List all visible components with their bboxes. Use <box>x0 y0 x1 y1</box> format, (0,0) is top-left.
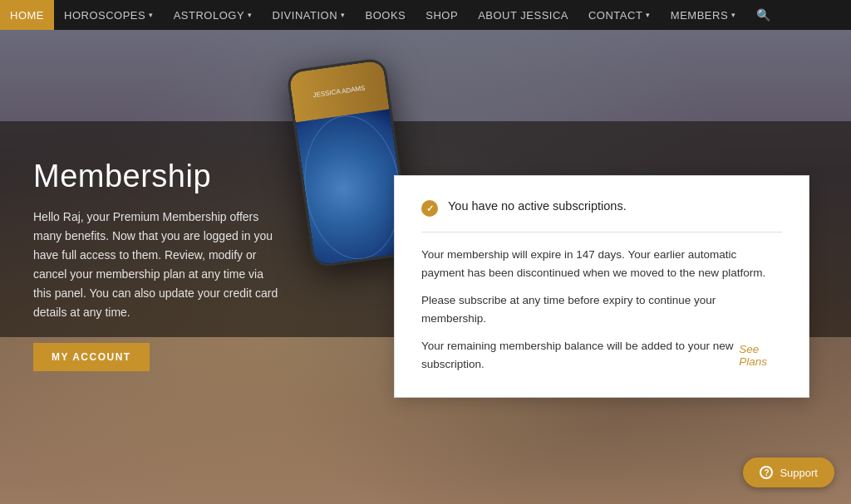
nav-item-astrology[interactable]: ASTROLOGY ▾ <box>164 0 263 30</box>
chevron-down-icon: ▾ <box>248 11 253 19</box>
membership-card: You have no active subscriptions. Your m… <box>394 175 809 398</box>
see-plans-link[interactable]: See Plans <box>739 343 782 368</box>
page-title: Membership <box>33 159 283 194</box>
hero-description: Hello Raj, your Premium Membership offer… <box>33 208 283 323</box>
support-icon: ? <box>760 466 773 479</box>
main-navigation: HOME HOROSCOPES ▾ ASTROLOGY ▾ DIVINATION… <box>0 0 851 30</box>
card-last-row: Your remaining membership balance will b… <box>421 337 782 373</box>
expiry-notice: Your membership will expire in 147 days.… <box>421 246 782 281</box>
chevron-down-icon: ▾ <box>149 11 154 19</box>
card-header-row: You have no active subscriptions. <box>421 199 782 217</box>
nav-item-horoscopes[interactable]: HOROSCOPES ▾ <box>54 0 164 30</box>
chevron-down-icon: ▾ <box>731 11 736 19</box>
chevron-down-icon: ▾ <box>646 11 651 19</box>
balance-notice: Your remaining membership balance will b… <box>421 337 739 373</box>
nav-item-home[interactable]: HOME <box>0 0 54 30</box>
hero-content: Membership Hello Raj, your Premium Membe… <box>33 159 283 371</box>
nav-item-shop[interactable]: SHOP <box>416 0 468 30</box>
search-icon[interactable]: 🔍 <box>746 0 780 30</box>
hero-section: JESSICA ADAMS Membership Hello Raj, your… <box>0 30 851 504</box>
card-divider <box>421 232 782 232</box>
nav-item-divination[interactable]: DIVINATION ▾ <box>263 0 356 30</box>
nav-item-contact[interactable]: CONTACT ▾ <box>578 0 661 30</box>
nav-item-about-jessica[interactable]: ABOUT JESSICA <box>468 0 578 30</box>
subscribe-notice: Please subscribe at any time before expi… <box>421 291 782 327</box>
no-subscriptions-text: You have no active subscriptions. <box>448 199 627 213</box>
check-icon <box>421 200 438 217</box>
card-body: Your membership will expire in 147 days.… <box>421 246 782 374</box>
nav-item-books[interactable]: BOOKS <box>356 0 416 30</box>
my-account-button[interactable]: MY ACCOUNT <box>33 343 150 371</box>
chevron-down-icon: ▾ <box>341 11 346 19</box>
nav-item-members[interactable]: MEMBERS ▾ <box>661 0 746 30</box>
support-label: Support <box>780 467 818 479</box>
support-button[interactable]: ? Support <box>743 458 834 487</box>
